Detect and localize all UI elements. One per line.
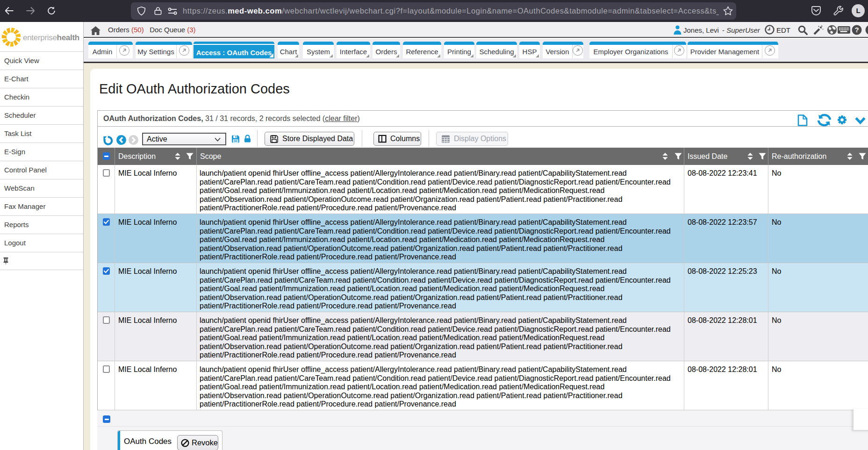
svg-text:?: ? <box>854 26 859 34</box>
